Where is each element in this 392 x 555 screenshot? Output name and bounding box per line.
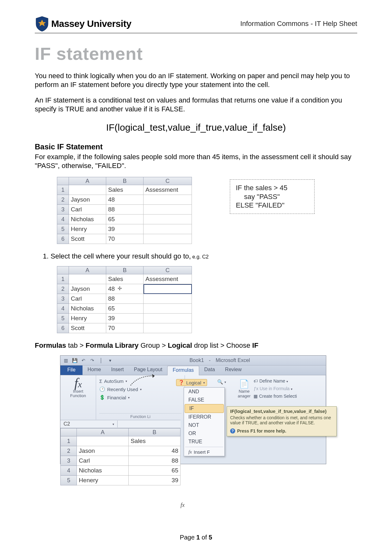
create-from-selection-button[interactable]: ▦ Create from Selecti [254,394,297,399]
corner-cell[interactable] [57,266,69,274]
corner-cell[interactable] [57,177,69,185]
corner-cell[interactable] [61,428,77,436]
cell[interactable] [144,294,192,304]
cell[interactable]: Scott [69,323,106,333]
cell[interactable]: Sales [129,436,181,446]
tab-insert[interactable]: Insert [106,365,129,375]
row-header[interactable]: 3 [57,205,69,215]
cell[interactable]: Assessment [144,274,192,284]
row-header[interactable]: 4 [57,215,69,224]
cell[interactable] [144,234,192,244]
dropdown-item-iferror[interactable]: IFERROR [184,413,224,421]
cell[interactable]: 39 [106,224,144,234]
cell[interactable]: 65 [106,304,144,314]
cell[interactable] [69,274,106,284]
cell[interactable]: 65 [129,466,181,476]
dropdown-item-not[interactable]: NOT [184,421,224,429]
cell[interactable] [144,304,192,314]
col-header-a[interactable]: A [69,266,106,274]
row-header[interactable]: 1 [61,436,77,446]
row-header[interactable]: 3 [57,294,69,304]
row-header[interactable]: 6 [57,234,69,244]
cell[interactable]: 39 [129,476,181,485]
cell[interactable]: Henry [69,224,106,234]
cell[interactable]: 88 [129,456,181,466]
cell[interactable]: Carl [77,456,129,466]
cell[interactable]: Assessment [144,185,192,195]
logical-button[interactable]: ❓ Logical ▾ [176,379,207,386]
cell[interactable]: 88 [106,205,144,215]
cell[interactable]: Carl [69,205,106,215]
use-in-formula-button[interactable]: ƒx Use in Formula ▾ [254,386,297,391]
cell[interactable] [144,205,192,215]
row-header[interactable]: 5 [61,476,77,485]
row-header[interactable]: 2 [57,195,69,205]
col-header-a[interactable]: A [77,428,129,436]
redo-icon[interactable]: ↷ [89,358,95,363]
cell[interactable]: Scott [69,234,106,244]
cell[interactable]: Jayson [69,284,106,294]
cell[interactable]: 65 [106,215,144,224]
col-header-c[interactable]: C [144,177,192,185]
dropdown-item-if[interactable]: IF [185,404,224,413]
recently-used-button[interactable]: 🕑 Recently Used ▾ [99,386,181,392]
name-manager-button[interactable]: 📄 Name anager [238,377,250,399]
col-header-b[interactable]: B [129,428,181,436]
tab-data[interactable]: Data [199,365,220,375]
cell[interactable]: Carl [69,294,106,304]
cell[interactable]: Jason [77,446,129,456]
cell[interactable]: Henry [69,314,106,323]
row-header[interactable]: 4 [61,466,77,476]
cell[interactable] [77,436,129,446]
dropdown-item-false[interactable]: FALSE [184,396,224,404]
row-header[interactable]: 1 [57,185,69,195]
col-header-a[interactable]: A [69,177,106,185]
cell[interactable]: 48 [129,446,181,456]
row-header[interactable]: 5 [57,224,69,234]
cell[interactable] [144,215,192,224]
tab-file[interactable]: File [60,365,83,375]
dropdown-item-true[interactable]: TRUE [184,438,224,446]
cell[interactable]: Jayson [69,195,106,205]
cell[interactable]: 48 [106,195,144,205]
save-icon[interactable]: 💾 [72,358,77,363]
dropdown-item-or[interactable]: OR [184,429,224,438]
cell[interactable] [144,195,192,205]
row-header[interactable]: 1 [57,274,69,284]
row-header[interactable]: 2 [57,284,69,294]
col-header-b[interactable]: B [106,266,144,274]
tab-review[interactable]: Review [220,365,247,375]
cell[interactable]: 48 ✢ [106,284,144,294]
define-name-button[interactable]: 🏷 Define Name ▾ [254,378,297,384]
cell[interactable]: Sales [106,185,144,195]
cell[interactable]: 39 [106,314,144,323]
row-header[interactable]: 5 [57,314,69,323]
customize-qat-icon[interactable]: ▾ [107,358,113,363]
tab-page-layout[interactable]: Page Layout [129,365,167,375]
cell[interactable]: 70 [106,323,144,333]
cell[interactable] [144,314,192,323]
col-header-c[interactable]: C [144,266,192,274]
cell[interactable]: Sales [106,274,144,284]
cell[interactable]: Nicholas [69,304,106,314]
dropdown-insert-function[interactable]: fx Insert F [184,448,224,456]
row-header[interactable]: 2 [61,446,77,456]
row-header[interactable]: 6 [57,323,69,333]
tab-formulas[interactable]: Formulas [167,366,199,375]
insert-function-icon[interactable]: fx [64,377,93,389]
cell[interactable]: 88 [106,294,144,304]
tab-home[interactable]: Home [83,365,106,375]
col-header-b[interactable]: B [106,177,144,185]
cell[interactable]: Nicholas [77,466,129,476]
row-header[interactable]: 4 [57,304,69,314]
cell[interactable]: 70 [106,234,144,244]
name-box[interactable]: C2 ▾ [60,421,118,427]
financial-button[interactable]: 💲 Financial ▾ [99,395,181,400]
undo-icon[interactable]: ↶ [81,358,86,363]
cell[interactable] [69,185,106,195]
cell[interactable]: Henery [77,476,129,485]
row-header[interactable]: 3 [61,456,77,466]
lookup-button[interactable]: 🔍▾ [217,379,226,385]
cell[interactable] [144,323,192,333]
dropdown-item-and[interactable]: AND [184,388,224,396]
